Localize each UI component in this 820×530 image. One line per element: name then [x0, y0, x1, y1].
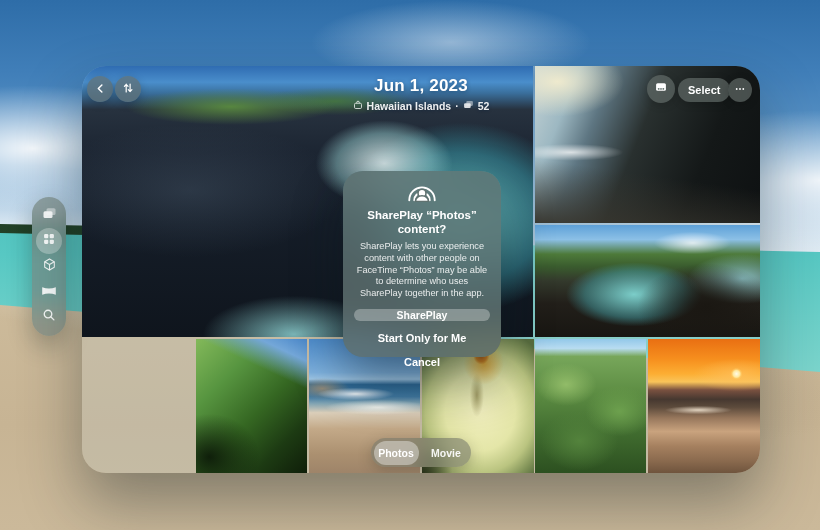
sort-arrows-icon: [122, 80, 134, 98]
start-only-for-me-button[interactable]: Start Only for Me: [378, 332, 467, 344]
sidebar-item-panoramas[interactable]: [36, 281, 62, 303]
dialog-body: SharePlay lets you experience content wi…: [343, 241, 501, 301]
sort-button[interactable]: [115, 76, 141, 102]
photos-tab-sidebar: [32, 197, 66, 336]
photo-tile[interactable]: [82, 339, 194, 473]
select-button[interactable]: Select: [678, 78, 730, 102]
view-options-button[interactable]: [647, 75, 675, 103]
chevron-left-icon: [95, 80, 106, 98]
photo-tile[interactable]: [196, 339, 307, 473]
ellipsis-icon: [734, 81, 746, 99]
dialog-title: SharePlay “Photos” content?: [343, 209, 501, 237]
spatial-icon: [42, 257, 57, 276]
cancel-button[interactable]: Cancel: [404, 356, 440, 368]
photos-stack-icon: [42, 206, 57, 225]
photo-tile[interactable]: [535, 339, 646, 473]
search-icon: [42, 308, 56, 326]
sidebar-item-spatial[interactable]: [36, 255, 62, 277]
shareplay-icon: [403, 182, 441, 202]
select-button-label: Select: [688, 84, 720, 96]
photo-tile[interactable]: [535, 225, 760, 337]
photo-tile[interactable]: [648, 339, 760, 473]
sidebar-item-photos[interactable]: [36, 205, 62, 227]
grid-view-icon: [654, 80, 668, 98]
toggle-option-photos[interactable]: Photos: [374, 441, 419, 465]
shareplay-dialog: SharePlay “Photos” content? SharePlay le…: [343, 171, 501, 357]
shareplay-confirm-button[interactable]: SharePlay: [354, 309, 490, 321]
sidebar-item-search[interactable]: [36, 306, 62, 328]
more-options-button[interactable]: [728, 78, 752, 102]
toggle-option-movie[interactable]: Movie: [424, 441, 469, 465]
visionos-photos-screen: Jun 1, 2023 Hawaiian Islands · 52: [0, 0, 820, 530]
sidebar-item-albums[interactable]: [36, 230, 62, 252]
albums-grid-icon: [42, 232, 56, 250]
back-button[interactable]: [87, 76, 113, 102]
photos-movie-toggle: Photos Movie: [371, 438, 471, 467]
panorama-icon: [41, 283, 57, 301]
